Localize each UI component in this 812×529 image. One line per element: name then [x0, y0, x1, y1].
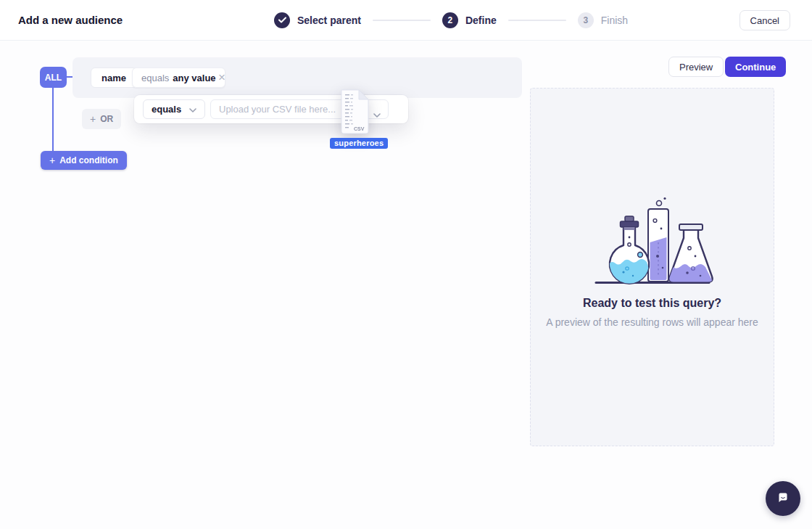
- step-1-circle: [274, 12, 290, 28]
- step-2-circle: 2: [442, 12, 458, 28]
- preview-panel-subtitle: A preview of the resulting rows will app…: [531, 316, 774, 328]
- check-icon: [278, 15, 286, 25]
- condition-operator-chip[interactable]: equals any value: [132, 67, 225, 88]
- page-title: Add a new audience: [18, 0, 123, 41]
- preview-panel: Ready to test this query? A preview of t…: [530, 88, 774, 446]
- continue-button[interactable]: Continue: [725, 57, 786, 77]
- group-operator-toggle[interactable]: ALL: [40, 67, 67, 88]
- operator-select-value: equals: [152, 104, 181, 115]
- step-connector: [508, 20, 566, 21]
- step-finish: 3 Finish: [578, 12, 628, 28]
- preview-button[interactable]: Preview: [668, 57, 724, 77]
- condition-operator-text: equals: [141, 73, 169, 83]
- stepper: Select parent 2 Define 3 Finish: [274, 0, 628, 41]
- step-define: 2 Define: [442, 12, 497, 28]
- drag-file-name-label: superheroes: [330, 138, 388, 149]
- remove-condition-button[interactable]: ×: [215, 71, 228, 84]
- flasks-illustration: [587, 196, 718, 290]
- chevron-down-icon[interactable]: [373, 107, 381, 120]
- chevron-down-icon: [189, 104, 196, 115]
- step-2-label: Define: [465, 15, 497, 26]
- cancel-button[interactable]: Cancel: [740, 10, 790, 30]
- add-condition-label: Add condition: [59, 155, 118, 165]
- step-3-circle: 3: [578, 12, 594, 28]
- plus-icon: +: [49, 155, 55, 166]
- condition-group: name equals any value ×: [72, 57, 522, 98]
- step-connector: [373, 20, 431, 21]
- preview-panel-title: Ready to test this query?: [531, 297, 774, 310]
- csv-file-type-label: CSV: [354, 126, 365, 131]
- condition-field-chip[interactable]: name: [91, 67, 137, 88]
- step-1-label: Select parent: [297, 15, 361, 26]
- add-condition-button[interactable]: + Add condition: [41, 151, 127, 170]
- step-3-label: Finish: [601, 15, 628, 26]
- csv-file-icon[interactable]: CSV: [339, 89, 370, 134]
- close-icon: ×: [218, 70, 225, 84]
- add-audience-screen: Add a new audience Select parent 2 Defin…: [0, 0, 812, 529]
- condition-value-text: any value: [173, 73, 215, 83]
- add-or-button[interactable]: + OR: [82, 109, 121, 129]
- step-select-parent: Select parent: [274, 12, 361, 28]
- plus-icon: +: [90, 113, 96, 125]
- chat-launcher-button[interactable]: [766, 481, 800, 516]
- or-button-label: OR: [100, 114, 113, 124]
- operator-select[interactable]: equals: [143, 99, 205, 119]
- header: Add a new audience Select parent 2 Defin…: [0, 0, 812, 41]
- tree-connector-vertical: [52, 88, 54, 151]
- chat-bubble-icon: [774, 488, 792, 509]
